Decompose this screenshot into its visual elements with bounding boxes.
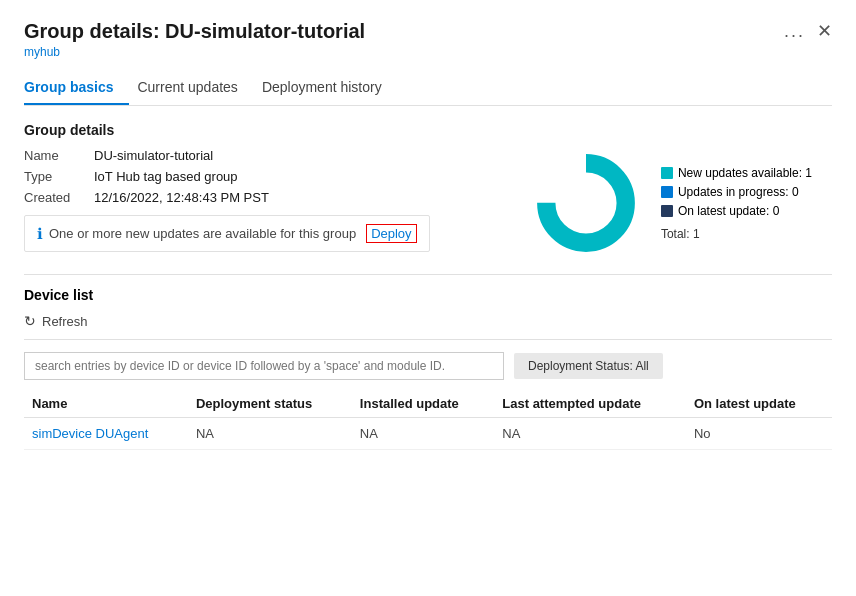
tab-current-updates[interactable]: Current updates — [137, 71, 253, 105]
legend-label-on-latest: On latest update: 0 — [678, 204, 779, 218]
chart-area: New updates available: 1 Updates in prog… — [531, 148, 812, 258]
device-table: Name Deployment status Installed update … — [24, 390, 832, 450]
chart-total: Total: 1 — [661, 227, 812, 241]
device-installed-update: NA — [352, 418, 494, 450]
col-on-latest: On latest update — [686, 390, 832, 418]
label-created: Created — [24, 190, 94, 205]
col-last-attempted: Last attempted update — [494, 390, 686, 418]
tab-group-basics[interactable]: Group basics — [24, 71, 129, 105]
col-name: Name — [24, 390, 188, 418]
device-name-link[interactable]: simDevice DUAgent — [24, 418, 188, 450]
tab-bar: Group basics Current updates Deployment … — [24, 71, 832, 106]
legend-label-new-updates: New updates available: 1 — [678, 166, 812, 180]
group-details-section-title: Group details — [24, 122, 832, 138]
ellipsis-button[interactable]: ... — [784, 21, 805, 42]
device-deployment-status: NA — [188, 418, 352, 450]
value-created: 12/16/2022, 12:48:43 PM PST — [94, 190, 269, 205]
legend-item-on-latest: On latest update: 0 — [661, 204, 812, 218]
donut-svg — [531, 148, 641, 258]
alert-box: ℹ One or more new updates are available … — [24, 215, 430, 252]
refresh-label: Refresh — [42, 314, 88, 329]
details-fields: Name DU-simulator-tutorial Type IoT Hub … — [24, 148, 531, 252]
donut-wrapper: New updates available: 1 Updates in prog… — [531, 148, 812, 258]
table-header-row: Name Deployment status Installed update … — [24, 390, 832, 418]
detail-row-type: Type IoT Hub tag based group — [24, 169, 531, 184]
detail-row-created: Created 12/16/2022, 12:48:43 PM PST — [24, 190, 531, 205]
search-filter-row: Deployment Status: All — [24, 352, 832, 380]
label-name: Name — [24, 148, 94, 163]
header-actions: ... ✕ — [784, 20, 832, 42]
device-list-title: Device list — [24, 287, 832, 303]
refresh-button[interactable]: ↻ Refresh — [24, 313, 88, 329]
device-last-attempted: NA — [494, 418, 686, 450]
search-input[interactable] — [24, 352, 504, 380]
details-chart-container: Name DU-simulator-tutorial Type IoT Hub … — [24, 148, 832, 258]
panel-title: Group details: DU-simulator-tutorial — [24, 20, 365, 43]
svg-point-1 — [561, 179, 610, 228]
detail-row-name: Name DU-simulator-tutorial — [24, 148, 531, 163]
tab-deployment-history[interactable]: Deployment history — [262, 71, 398, 105]
donut-chart — [531, 148, 641, 258]
alert-text: One or more new updates are available fo… — [49, 226, 356, 241]
panel-header: Group details: DU-simulator-tutorial myh… — [24, 20, 832, 59]
deploy-link[interactable]: Deploy — [366, 224, 416, 243]
label-type: Type — [24, 169, 94, 184]
device-on-latest: No — [686, 418, 832, 450]
value-type: IoT Hub tag based group — [94, 169, 238, 184]
refresh-divider — [24, 339, 832, 340]
filter-button[interactable]: Deployment Status: All — [514, 353, 663, 379]
panel-subtitle: myhub — [24, 45, 365, 59]
legend-color-on-latest — [661, 205, 673, 217]
close-button[interactable]: ✕ — [817, 20, 832, 42]
legend-color-new-updates — [661, 167, 673, 179]
chart-legend: New updates available: 1 Updates in prog… — [661, 166, 812, 241]
value-name: DU-simulator-tutorial — [94, 148, 213, 163]
section-divider — [24, 274, 832, 275]
col-deployment-status: Deployment status — [188, 390, 352, 418]
table-row: simDevice DUAgent NA NA NA No — [24, 418, 832, 450]
title-area: Group details: DU-simulator-tutorial myh… — [24, 20, 365, 59]
info-icon: ℹ — [37, 225, 43, 243]
group-details-panel: Group details: DU-simulator-tutorial myh… — [0, 0, 856, 596]
legend-item-new-updates: New updates available: 1 — [661, 166, 812, 180]
legend-item-in-progress: Updates in progress: 0 — [661, 185, 812, 199]
refresh-icon: ↻ — [24, 313, 36, 329]
legend-label-in-progress: Updates in progress: 0 — [678, 185, 799, 199]
legend-color-in-progress — [661, 186, 673, 198]
col-installed-update: Installed update — [352, 390, 494, 418]
